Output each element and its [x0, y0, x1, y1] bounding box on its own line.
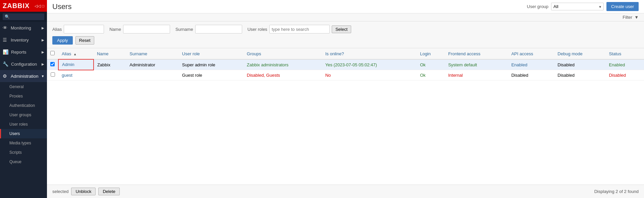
sidebar-sub-proxies[interactable]: Proxies	[0, 91, 47, 101]
chevron-down-icon: ▶	[42, 62, 44, 66]
sidebar-item-configuration[interactable]: 🔧 Configuration ▶	[0, 58, 47, 70]
select-all-checkbox[interactable]	[50, 51, 55, 55]
col-login: Login	[417, 48, 445, 59]
is-online-cell: No	[322, 70, 417, 80]
status-cell: Enabled	[605, 59, 644, 70]
table-header-row: Alias ▲ Name Surname User role Groups Is…	[47, 48, 644, 59]
administration-icon: ⚙	[3, 73, 8, 79]
select-all-checkbox-cell	[47, 48, 58, 59]
groups-cell: Disabled, Guests	[244, 70, 322, 80]
col-alias[interactable]: Alias ▲	[58, 48, 94, 59]
users-table: Alias ▲ Name Surname User role Groups Is…	[47, 48, 644, 80]
name-input[interactable]	[123, 25, 170, 34]
filter-icon[interactable]: ▼	[634, 15, 639, 20]
name-cell	[94, 70, 126, 80]
api-access-cell: Enabled	[508, 59, 554, 70]
expand-icon[interactable]: □	[42, 4, 44, 8]
search-input[interactable]	[3, 13, 44, 20]
row-checkbox-cell	[47, 59, 58, 70]
sidebar-sub-scripts[interactable]: Scripts	[0, 148, 47, 157]
create-user-button[interactable]: Create user	[606, 2, 639, 11]
surname-label: Surname	[175, 27, 193, 32]
alias-link[interactable]: guest	[62, 73, 72, 78]
unblock-button[interactable]: Unblock	[71, 188, 96, 195]
filter-area: Alias Name Surname User roles Select App…	[47, 21, 644, 48]
debug-mode-cell: Disabled	[554, 70, 605, 80]
surname-cell	[126, 70, 179, 80]
sidebar-sub-user-roles[interactable]: User roles	[0, 120, 47, 129]
frontend-access-cell: System default	[445, 59, 508, 70]
bottom-bar: selected Unblock Delete Displaying 2 of …	[47, 185, 644, 198]
col-is-online: Is online?	[322, 48, 417, 59]
delete-button[interactable]: Delete	[98, 188, 120, 195]
user-roles-input[interactable]	[269, 25, 330, 34]
alias-label: Alias	[52, 27, 62, 32]
sidebar-item-inventory[interactable]: ☰ Inventory ▶	[0, 34, 47, 46]
name-filter-group: Name	[109, 25, 170, 34]
table-row: Admin Zabbix Administrator Super admin r…	[47, 59, 644, 70]
user-role-cell: Guest role	[179, 70, 244, 80]
filter-buttons-row: Apply Reset	[52, 36, 639, 45]
logo-text: ZABBIX	[3, 2, 30, 10]
row-checkbox[interactable]	[51, 72, 55, 77]
api-access-cell: Disabled	[508, 70, 554, 80]
is-online-cell: Yes (2023-07-05 05:02:47)	[322, 59, 417, 70]
sidebar-sub-authentication[interactable]: Authentication	[0, 101, 47, 110]
chevron-down-icon: ▶	[42, 26, 44, 30]
sidebar-sub-user-groups[interactable]: User groups	[0, 110, 47, 120]
user-group-label: User group	[527, 4, 548, 9]
page-title: Users	[52, 2, 71, 11]
alias-filter-group: Alias	[52, 25, 104, 34]
status-cell: Disabled	[605, 70, 644, 80]
collapse-icon[interactable]: ◁◁	[35, 4, 41, 8]
sidebar-sub-users[interactable]: Users	[0, 129, 47, 138]
monitoring-icon: 👁	[3, 25, 8, 30]
sidebar-sub-media-types[interactable]: Media types	[0, 138, 47, 148]
logo-icons: ◁◁ □	[35, 4, 44, 8]
sidebar-item-label: Administration	[11, 74, 38, 79]
surname-cell: Administrator	[126, 59, 179, 70]
top-right: User group All Zabbix administrators Gue…	[527, 2, 639, 11]
search-bar	[0, 12, 47, 22]
sidebar-sub-queue[interactable]: Queue	[0, 157, 47, 167]
groups-cell: Zabbix administrators	[244, 59, 322, 70]
col-groups: Groups	[244, 48, 322, 59]
sort-arrow-icon: ▲	[73, 52, 77, 56]
main-content: Users User group All Zabbix administrato…	[47, 0, 644, 198]
user-group-select-wrapper: All Zabbix administrators Guests	[551, 3, 604, 10]
sidebar-item-reports[interactable]: 📊 Reports ▶	[0, 46, 47, 58]
select-button[interactable]: Select	[332, 25, 351, 33]
top-bar: Users User group All Zabbix administrato…	[47, 0, 644, 13]
alias-cell: guest	[58, 70, 94, 80]
row-checkbox-cell	[47, 70, 58, 80]
user-role-cell: Super admin role	[179, 59, 244, 70]
chevron-down-icon: ▼	[41, 74, 44, 78]
surname-input[interactable]	[195, 25, 242, 34]
selected-count: selected	[52, 189, 68, 194]
filter-row: Alias Name Surname User roles Select	[52, 25, 639, 34]
apply-button[interactable]: Apply	[52, 36, 73, 45]
row-checkbox[interactable]	[50, 62, 55, 66]
col-debug-mode: Debug mode	[554, 48, 605, 59]
sidebar-item-label: Monitoring	[11, 25, 31, 30]
alias-input[interactable]	[64, 25, 104, 34]
reports-icon: 📊	[3, 49, 8, 55]
name-cell: Zabbix	[94, 59, 126, 70]
frontend-access-cell: Internal	[445, 70, 508, 80]
sidebar-item-administration[interactable]: ⚙ Administration ▼	[0, 70, 47, 82]
user-roles-filter-group: User roles Select	[248, 25, 351, 34]
surname-filter-group: Surname	[175, 25, 242, 34]
sidebar-item-label: Reports	[11, 50, 26, 55]
alias-link[interactable]: Admin	[62, 62, 74, 67]
displaying-text: Displaying 2 of 2 found	[594, 189, 639, 194]
sidebar-sub-general[interactable]: General	[0, 82, 47, 91]
col-status: Status	[605, 48, 644, 59]
user-group-select[interactable]: All Zabbix administrators Guests	[551, 3, 604, 10]
chevron-down-icon: ▶	[42, 38, 44, 42]
reset-button[interactable]: Reset	[75, 36, 94, 45]
sidebar-item-label: Configuration	[11, 62, 37, 67]
sidebar-item-monitoring[interactable]: 👁 Monitoring ▶	[0, 22, 47, 34]
user-roles-label: User roles	[248, 27, 267, 32]
col-surname: Surname	[126, 48, 179, 59]
sidebar-item-label: Inventory	[11, 38, 29, 43]
